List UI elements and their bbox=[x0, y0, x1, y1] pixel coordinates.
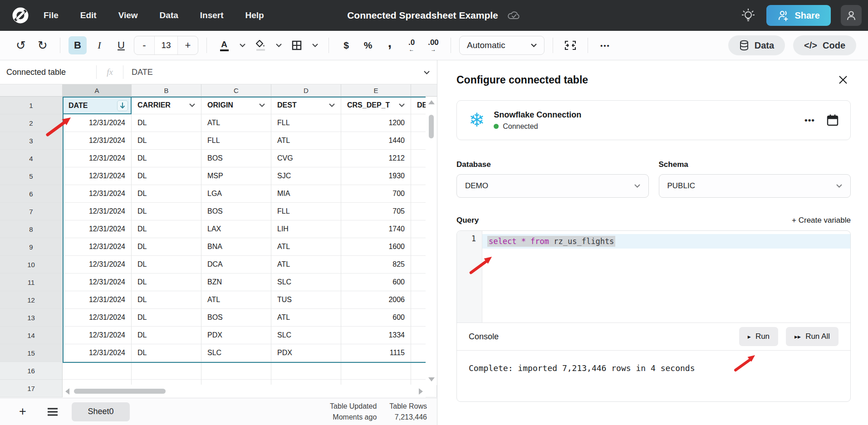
borders-dropdown[interactable] bbox=[309, 36, 320, 54]
grid-cell[interactable]: 12/31/2024 bbox=[63, 167, 132, 185]
text-color-dropdown[interactable] bbox=[237, 36, 248, 54]
underline-button[interactable]: U bbox=[112, 36, 130, 54]
grid-cell[interactable]: LAX bbox=[201, 220, 271, 238]
connection-menu-button[interactable]: ••• bbox=[804, 115, 815, 125]
number-format-select[interactable]: Automatic bbox=[459, 36, 544, 55]
text-color-button[interactable]: A bbox=[215, 36, 233, 54]
grid-cell[interactable]: DL bbox=[132, 274, 201, 291]
grid-cell[interactable]: BZN bbox=[201, 274, 271, 291]
row-header-17[interactable]: 17 bbox=[0, 380, 63, 397]
run-all-button[interactable]: ▸▸ Run All bbox=[786, 327, 839, 346]
close-panel-button[interactable] bbox=[835, 72, 851, 88]
grid-cell[interactable]: LIH bbox=[271, 220, 341, 238]
row-header-2[interactable]: 2 bbox=[0, 114, 63, 132]
grid-cell[interactable]: ATL bbox=[271, 132, 341, 150]
grid-cell[interactable]: DL bbox=[132, 220, 201, 238]
grid-cell[interactable]: 1930 bbox=[341, 167, 411, 185]
menu-view[interactable]: View bbox=[118, 10, 138, 20]
grid-cell[interactable] bbox=[341, 362, 411, 380]
tips-lightbulb-icon[interactable] bbox=[740, 7, 756, 24]
grid-cell[interactable]: MIA bbox=[271, 185, 341, 203]
menu-data[interactable]: Data bbox=[160, 10, 178, 20]
row-header-11[interactable]: 11 bbox=[0, 274, 63, 291]
increase-decimal-button[interactable]: .00 → bbox=[424, 36, 442, 54]
grid-cell[interactable]: 705 bbox=[341, 203, 411, 220]
add-sheet-button[interactable]: + bbox=[14, 403, 32, 421]
grid-cell[interactable]: DL bbox=[132, 344, 201, 362]
grid-cell[interactable]: 12/31/2024 bbox=[63, 132, 132, 150]
scroll-down-arrow[interactable] bbox=[428, 377, 435, 381]
grid-cell[interactable]: 1600 bbox=[341, 238, 411, 256]
grid-cell[interactable]: 1212 bbox=[341, 150, 411, 167]
schedule-button[interactable] bbox=[827, 114, 839, 127]
row-header-9[interactable]: 9 bbox=[0, 238, 63, 256]
menu-file[interactable]: File bbox=[44, 10, 59, 20]
grid-cell[interactable]: BOS bbox=[201, 309, 271, 327]
grid-cell[interactable]: 12/31/2024 bbox=[63, 114, 132, 132]
horizontal-scroll-thumb[interactable] bbox=[74, 389, 166, 394]
fill-color-button[interactable] bbox=[251, 36, 270, 54]
grid-cell[interactable]: TUS bbox=[271, 291, 341, 309]
grid-cell[interactable]: DL bbox=[132, 132, 201, 150]
percent-format-button[interactable]: % bbox=[359, 36, 377, 54]
grid-cell[interactable]: SJC bbox=[271, 167, 341, 185]
row-header-4[interactable]: 4 bbox=[0, 150, 63, 167]
vertical-scroll-thumb[interactable] bbox=[429, 115, 434, 138]
grid-cell[interactable]: FLL bbox=[201, 132, 271, 150]
row-header-8[interactable]: 8 bbox=[0, 220, 63, 238]
grid-cell[interactable]: 12/31/2024 bbox=[63, 291, 132, 309]
cell-c1-origin-header[interactable]: ORIGIN bbox=[201, 97, 271, 114]
grid-cell[interactable]: SLC bbox=[271, 327, 341, 344]
italic-button[interactable]: I bbox=[90, 36, 108, 54]
grid-cell[interactable]: SLC bbox=[201, 344, 271, 362]
grid-cell[interactable]: 12/31/2024 bbox=[63, 185, 132, 203]
name-box[interactable]: Connected table bbox=[0, 68, 96, 77]
column-header-a[interactable]: A bbox=[63, 84, 132, 97]
row-header-6[interactable]: 6 bbox=[0, 185, 63, 203]
decrease-decimal-button[interactable]: .0 ← bbox=[402, 36, 421, 54]
fill-color-dropdown[interactable] bbox=[273, 36, 284, 54]
sheet-tab-sheet0[interactable]: Sheet0 bbox=[72, 402, 130, 421]
menu-insert[interactable]: Insert bbox=[200, 10, 224, 20]
grid-cell[interactable]: 12/31/2024 bbox=[63, 327, 132, 344]
grid-cell[interactable]: BOS bbox=[201, 150, 271, 167]
data-panel-button[interactable]: Data bbox=[728, 35, 785, 55]
borders-button[interactable] bbox=[288, 36, 306, 54]
grid-cell[interactable]: PDX bbox=[201, 327, 271, 344]
formula-bar-expand-icon[interactable] bbox=[424, 68, 430, 76]
sql-code-line[interactable]: select * from rz_us_flights bbox=[482, 234, 850, 249]
grid-cell[interactable]: DL bbox=[132, 167, 201, 185]
comma-format-button[interactable]: , bbox=[381, 36, 399, 54]
grid-cell[interactable]: DL bbox=[132, 185, 201, 203]
grid-cell[interactable]: 600 bbox=[341, 309, 411, 327]
grid-cell[interactable]: PDX bbox=[271, 344, 341, 362]
menu-help[interactable]: Help bbox=[245, 10, 264, 20]
code-area[interactable]: 1 select * from rz_us_flights bbox=[457, 231, 850, 322]
grid-cell[interactable]: ATL bbox=[201, 114, 271, 132]
merge-cells-button[interactable] bbox=[561, 36, 579, 54]
column-header-e[interactable]: E bbox=[341, 84, 411, 97]
grid-cell[interactable]: BOS bbox=[201, 203, 271, 220]
create-variable-button[interactable]: + Create variable bbox=[792, 216, 851, 225]
cell-d1-dest-header[interactable]: DEST bbox=[271, 97, 341, 114]
row-header-12[interactable]: 12 bbox=[0, 291, 63, 309]
column-header-d[interactable]: D bbox=[271, 84, 341, 97]
grid-cell[interactable] bbox=[271, 362, 341, 380]
column-header-b[interactable]: B bbox=[132, 84, 201, 97]
redo-button[interactable]: ↻ bbox=[34, 36, 52, 54]
grid-cell[interactable]: 1740 bbox=[341, 220, 411, 238]
app-logo-icon[interactable] bbox=[10, 5, 31, 26]
sheet-list-button[interactable] bbox=[44, 403, 62, 421]
grid-cell[interactable]: 1440 bbox=[341, 132, 411, 150]
grid-cell[interactable]: DL bbox=[132, 114, 201, 132]
row-header-7[interactable]: 7 bbox=[0, 203, 63, 220]
grid-cell[interactable]: 12/31/2024 bbox=[63, 150, 132, 167]
grid-cell[interactable]: ATL bbox=[271, 238, 341, 256]
run-button[interactable]: ▸ Run bbox=[739, 327, 778, 346]
scroll-right-arrow[interactable] bbox=[419, 388, 423, 395]
grid-cell[interactable]: 12/31/2024 bbox=[63, 344, 132, 362]
account-avatar-button[interactable] bbox=[841, 5, 862, 26]
font-size-value[interactable]: 13 bbox=[154, 36, 178, 54]
grid-cell[interactable]: 600 bbox=[341, 274, 411, 291]
grid-cell[interactable]: DL bbox=[132, 256, 201, 274]
